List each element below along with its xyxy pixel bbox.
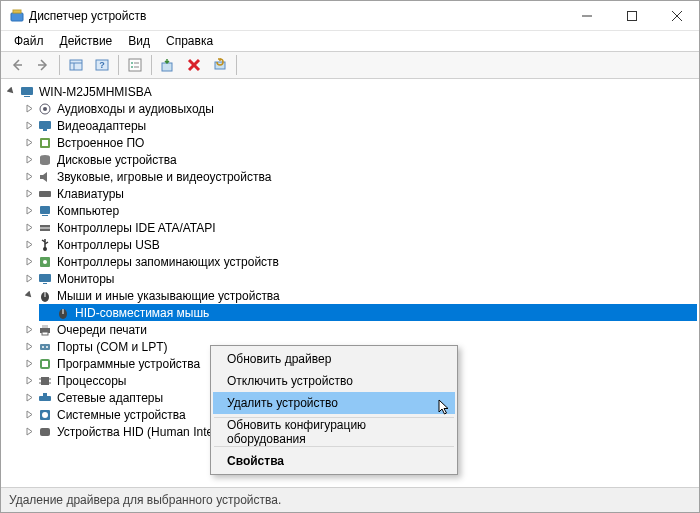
category-label: Системные устройства [57,408,186,422]
context-menu-item[interactable]: Удалить устройство [213,392,455,414]
tree-category-node[interactable]: Аудиовходы и аудиовыходы [21,100,697,117]
expand-icon[interactable] [23,256,35,268]
category-label: Видеоадаптеры [57,119,146,133]
system-icon [37,407,53,423]
category-label: Контроллеры IDE ATA/ATAPI [57,221,216,235]
computer-icon [19,84,35,100]
menu-file[interactable]: Файл [7,32,51,50]
svg-point-15 [131,66,133,68]
properties-button[interactable] [123,53,147,77]
context-menu: Обновить драйверОтключить устройствоУдал… [210,345,458,475]
minimize-button[interactable] [564,1,609,30]
uninstall-button[interactable] [182,53,206,77]
expand-icon[interactable] [23,392,35,404]
category-label: Звуковые, игровые и видеоустройства [57,170,271,184]
menu-view[interactable]: Вид [121,32,157,50]
audio-icon [37,101,53,117]
help-button[interactable]: ? [90,53,114,77]
tree-category-node[interactable]: Встроенное ПО [21,134,697,151]
category-label: Встроенное ПО [57,136,144,150]
menu-action[interactable]: Действие [53,32,120,50]
category-label: Порты (COM и LPT) [57,340,168,354]
statusbar: Удаление драйвера для выбранного устройс… [1,488,699,512]
svg-rect-26 [39,121,51,129]
expand-icon[interactable] [23,154,35,166]
expand-icon[interactable] [23,375,35,387]
category-label: Мыши и иные указывающие устройства [57,289,280,303]
nav-forward-button[interactable] [31,53,55,77]
root-label: WIN-M2J5MHMISBA [39,85,152,99]
maximize-button[interactable] [609,1,654,30]
expand-icon[interactable] [23,273,35,285]
expand-icon[interactable] [23,171,35,183]
expand-icon[interactable] [23,188,35,200]
expand-icon[interactable] [5,86,17,98]
tree-device-node[interactable]: HID-совместимая мышь [39,304,697,321]
svg-rect-43 [43,283,47,284]
app-icon [9,8,25,24]
device-tree-pane[interactable]: WIN-M2J5MHMISBAАудиовходы и аудиовыходыВ… [1,79,699,488]
storage-icon [37,254,53,270]
tree-category-node[interactable]: Мониторы [21,270,697,287]
tree-category-node[interactable]: Клавиатуры [21,185,697,202]
tree-category-node[interactable]: Дисковые устройства [21,151,697,168]
expand-icon[interactable] [23,290,35,302]
category-label: Мониторы [57,272,114,286]
tree-category-node[interactable]: Очереди печати [21,321,697,338]
window-title: Диспетчер устройств [29,9,564,23]
tree-root-node[interactable]: WIN-M2J5MHMISBA [3,83,697,100]
keyboard-icon [37,186,53,202]
monitor-icon [37,271,53,287]
svg-rect-55 [42,361,48,367]
nav-back-button[interactable] [5,53,29,77]
scan-hardware-button[interactable] [208,53,232,77]
tree-category-node[interactable]: Контроллеры IDE ATA/ATAPI [21,219,697,236]
mouse-icon [37,288,53,304]
svg-rect-34 [40,206,50,214]
svg-point-53 [46,346,48,348]
category-label: Контроллеры запоминающих устройств [57,255,279,269]
display-icon [37,118,53,134]
expand-icon[interactable] [23,137,35,149]
category-label: Контроллеры USB [57,238,160,252]
update-driver-button[interactable] [156,53,180,77]
svg-point-14 [131,62,133,64]
tree-category-node[interactable]: Мыши и иные указывающие устройства [21,287,697,304]
toolbar-separator [236,55,237,75]
show-hidden-button[interactable] [64,53,88,77]
svg-rect-51 [40,344,50,350]
svg-rect-62 [43,393,47,396]
svg-rect-50 [42,332,48,335]
expand-icon[interactable] [23,120,35,132]
window-controls [564,1,699,30]
expand-icon[interactable] [23,103,35,115]
expand-icon[interactable] [23,426,35,438]
menu-help[interactable]: Справка [159,32,220,50]
svg-point-32 [40,161,50,165]
svg-rect-65 [40,428,50,436]
expand-icon[interactable] [23,222,35,234]
context-menu-item[interactable]: Свойства [213,450,455,472]
svg-rect-3 [627,11,636,20]
tree-category-node[interactable]: Звуковые, игровые и видеоустройства [21,168,697,185]
tree-category-node[interactable]: Видеоадаптеры [21,117,697,134]
category-label: Компьютер [57,204,119,218]
context-menu-item[interactable]: Отключить устройство [213,370,455,392]
expand-icon[interactable] [23,341,35,353]
expand-icon[interactable] [23,324,35,336]
expand-icon[interactable] [23,239,35,251]
context-menu-item[interactable]: Обновить конфигурацию оборудования [213,421,455,443]
firmware-icon [37,135,53,151]
tree-category-node[interactable]: Компьютер [21,202,697,219]
cpu-icon [37,373,53,389]
sound-icon [37,169,53,185]
expand-icon[interactable] [23,409,35,421]
tree-category-node[interactable]: Контроллеры USB [21,236,697,253]
tree-category-node[interactable]: Контроллеры запоминающих устройств [21,253,697,270]
close-button[interactable] [654,1,699,30]
network-icon [37,390,53,406]
context-menu-item[interactable]: Обновить драйвер [213,348,455,370]
expand-icon[interactable] [23,205,35,217]
expand-icon[interactable] [23,358,35,370]
svg-point-25 [43,107,47,111]
